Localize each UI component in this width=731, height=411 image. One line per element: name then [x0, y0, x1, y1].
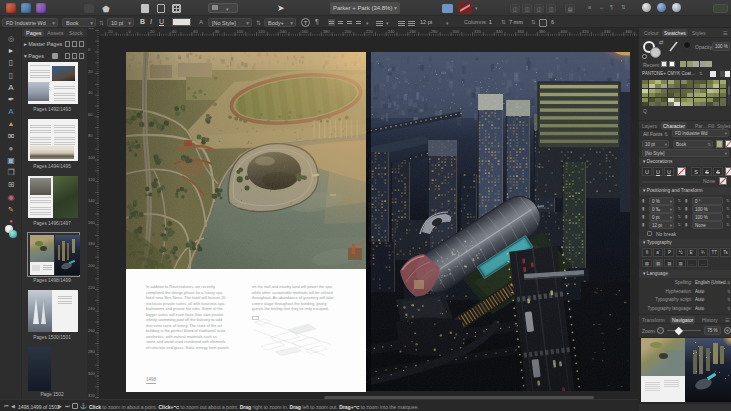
svg-text:380: 380 [539, 29, 546, 34]
svg-text:60: 60 [193, 29, 198, 34]
svg-text:20: 20 [150, 29, 155, 34]
svg-text:420: 420 [582, 29, 589, 34]
svg-text:300: 300 [88, 371, 95, 376]
svg-text:-20: -20 [107, 29, 114, 34]
svg-text:280: 280 [88, 349, 95, 354]
svg-text:320: 320 [88, 393, 95, 398]
svg-text:320: 320 [474, 29, 481, 34]
svg-text:60: 60 [88, 112, 93, 117]
svg-text:100: 100 [88, 155, 95, 160]
svg-text:260: 260 [88, 328, 95, 333]
svg-text:220: 220 [366, 29, 373, 34]
svg-text:20: 20 [88, 69, 93, 74]
svg-text:40: 40 [172, 29, 177, 34]
svg-text:200: 200 [345, 29, 352, 34]
svg-text:400: 400 [561, 29, 568, 34]
svg-text:440: 440 [604, 29, 611, 34]
svg-text:180: 180 [88, 241, 95, 246]
svg-text:160: 160 [301, 29, 308, 34]
svg-text:180: 180 [323, 29, 330, 34]
svg-text:300: 300 [453, 29, 460, 34]
svg-text:80: 80 [215, 29, 220, 34]
svg-text:0: 0 [88, 47, 91, 52]
svg-text:-20: -20 [88, 28, 95, 30]
svg-text:0: 0 [129, 29, 132, 34]
svg-text:360: 360 [517, 29, 524, 34]
svg-text:240: 240 [88, 306, 95, 311]
svg-text:100: 100 [237, 29, 244, 34]
svg-text:80: 80 [88, 133, 93, 138]
svg-text:220: 220 [88, 285, 95, 290]
svg-text:140: 140 [280, 29, 287, 34]
svg-text:140: 140 [88, 198, 95, 203]
svg-text:120: 120 [258, 29, 265, 34]
svg-text:40: 40 [88, 90, 93, 95]
svg-text:340: 340 [496, 29, 503, 34]
svg-text:260: 260 [409, 29, 416, 34]
svg-text:120: 120 [88, 177, 95, 182]
svg-text:160: 160 [88, 220, 95, 225]
svg-text:240: 240 [388, 29, 395, 34]
svg-text:460: 460 [625, 29, 632, 34]
svg-text:200: 200 [88, 263, 95, 268]
svg-text:280: 280 [431, 29, 438, 34]
